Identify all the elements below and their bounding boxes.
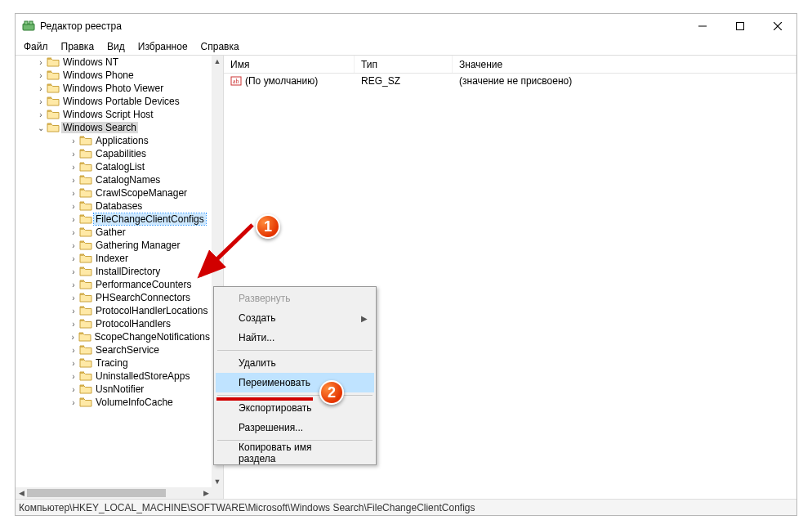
tree-item[interactable]: ›PHSearchConnectors bbox=[16, 291, 212, 304]
chevron-right-icon[interactable]: › bbox=[68, 305, 79, 316]
chevron-right-icon[interactable]: › bbox=[35, 69, 47, 81]
tree-item[interactable]: ›ProtocolHandlers bbox=[16, 317, 212, 330]
registry-tree[interactable]: ›Windows NT›Windows Phone›Windows Photo … bbox=[16, 56, 212, 487]
maximize-button[interactable] bbox=[721, 14, 759, 38]
tree-item[interactable]: ›SearchService bbox=[16, 343, 212, 356]
chevron-right-icon[interactable]: › bbox=[68, 213, 79, 225]
tree-item[interactable]: ›CrawlScopeManager bbox=[16, 186, 212, 199]
chevron-right-icon[interactable]: › bbox=[68, 357, 79, 369]
tree-item[interactable]: ›Indexer bbox=[16, 252, 212, 265]
value-data: (значение не присвоено) bbox=[453, 75, 796, 87]
tree-item[interactable]: ›UninstalledStoreApps bbox=[16, 370, 212, 383]
ctx-expand-label: Развернуть bbox=[239, 293, 291, 304]
menu-help[interactable]: Справка bbox=[194, 38, 246, 55]
ctx-expand[interactable]: Развернуть bbox=[216, 289, 374, 308]
ctx-copy-key-name[interactable]: Копировать имя раздела bbox=[216, 443, 374, 463]
chevron-right-icon[interactable]: › bbox=[68, 253, 79, 264]
menu-favorites[interactable]: Избранное bbox=[132, 38, 194, 55]
value-row[interactable]: ab(По умолчанию)REG_SZ(значение не присв… bbox=[224, 74, 796, 88]
folder-icon bbox=[47, 96, 60, 107]
tree-item[interactable]: ›Databases bbox=[16, 199, 212, 213]
ctx-delete[interactable]: Удалить bbox=[216, 353, 374, 373]
tree-item[interactable]: ›InstallDirectory bbox=[16, 265, 212, 278]
minimize-button[interactable] bbox=[684, 14, 721, 38]
menu-edit[interactable]: Правка bbox=[55, 38, 101, 55]
tree-item[interactable]: ›Gather bbox=[16, 226, 212, 239]
chevron-right-icon[interactable]: › bbox=[68, 370, 79, 382]
chevron-right-icon[interactable]: › bbox=[68, 135, 79, 146]
chevron-down-icon[interactable]: ⌄ bbox=[35, 122, 47, 133]
tree-item[interactable]: ›Gathering Manager bbox=[16, 239, 212, 252]
chevron-right-icon[interactable]: › bbox=[68, 279, 79, 290]
tree-item[interactable]: ›CatalogList bbox=[16, 160, 212, 173]
column-data[interactable]: Значение bbox=[453, 56, 796, 73]
chevron-right-icon[interactable]: › bbox=[68, 318, 79, 330]
tree-item[interactable]: ›ScopeChangeNotifications bbox=[16, 330, 212, 343]
annotation-badge-1: 1 bbox=[256, 214, 280, 239]
ctx-separator bbox=[217, 350, 373, 351]
ctx-copy-key-name-label: Копировать имя раздела bbox=[239, 442, 350, 464]
tree-item-label: PHSearchConnectors bbox=[94, 292, 192, 303]
chevron-right-icon[interactable]: › bbox=[68, 148, 79, 159]
folder-icon bbox=[79, 161, 92, 173]
menu-file[interactable]: Файл bbox=[17, 38, 55, 55]
tree-item[interactable]: ›Capabilities bbox=[16, 147, 212, 160]
chevron-right-icon[interactable]: › bbox=[68, 383, 79, 395]
chevron-right-icon[interactable]: › bbox=[68, 187, 79, 199]
scroll-right-icon[interactable]: ▶ bbox=[200, 487, 212, 499]
ctx-delete-label: Удалить bbox=[239, 357, 276, 369]
chevron-right-icon[interactable]: › bbox=[68, 292, 79, 303]
tree-item-label: Applications bbox=[94, 135, 150, 146]
tree-item[interactable]: ⌄Windows Search bbox=[16, 121, 212, 134]
tree-item[interactable]: ›Windows Portable Devices bbox=[16, 95, 212, 108]
folder-icon bbox=[79, 253, 92, 264]
folder-icon bbox=[47, 83, 60, 94]
chevron-right-icon[interactable]: › bbox=[68, 331, 78, 343]
chevron-right-icon[interactable]: › bbox=[35, 83, 47, 94]
scroll-down-icon[interactable]: ▼ bbox=[212, 476, 223, 487]
regedit-window: Редактор реестра Файл Правк bbox=[15, 13, 797, 516]
chevron-right-icon[interactable]: › bbox=[35, 109, 47, 120]
chevron-right-icon[interactable]: › bbox=[68, 240, 79, 251]
scroll-left-icon[interactable]: ◀ bbox=[16, 487, 27, 499]
tree-item[interactable]: ›Windows Phone bbox=[16, 69, 212, 82]
chevron-right-icon[interactable]: › bbox=[68, 397, 79, 408]
tree-item[interactable]: ›Tracing bbox=[16, 356, 212, 370]
tree-item-label: ScopeChangeNotifications bbox=[93, 331, 212, 343]
chevron-right-icon[interactable]: › bbox=[35, 96, 47, 107]
ctx-new[interactable]: Создать ▶ bbox=[216, 308, 374, 328]
tree-item[interactable]: ›FileChangeClientConfigs bbox=[16, 213, 212, 226]
ctx-find[interactable]: Найти... bbox=[216, 328, 374, 347]
tree-item[interactable]: ›VolumeInfoCache bbox=[16, 396, 212, 409]
chevron-right-icon[interactable]: › bbox=[68, 161, 79, 173]
close-button[interactable] bbox=[759, 14, 796, 38]
chevron-right-icon[interactable]: › bbox=[68, 174, 79, 186]
chevron-right-icon[interactable]: › bbox=[68, 266, 79, 277]
chevron-right-icon[interactable]: › bbox=[68, 200, 79, 212]
annotation-underline bbox=[216, 397, 313, 401]
tree-horizontal-scrollbar[interactable]: ◀ ▶ bbox=[16, 487, 212, 499]
tree-item[interactable]: ›ProtocolHandlerLocations bbox=[16, 304, 212, 317]
ctx-permissions[interactable]: Разрешения... bbox=[216, 418, 374, 437]
tree-item-label: CatalogList bbox=[94, 161, 146, 173]
chevron-right-icon[interactable]: › bbox=[35, 56, 47, 68]
tree-item[interactable]: ›Windows Script Host bbox=[16, 108, 212, 121]
tree-pane: ›Windows NT›Windows Phone›Windows Photo … bbox=[16, 56, 224, 499]
tree-item[interactable]: ›UsnNotifier bbox=[16, 383, 212, 396]
chevron-right-icon[interactable]: › bbox=[68, 226, 79, 238]
chevron-right-icon[interactable]: › bbox=[68, 344, 79, 356]
ctx-rename[interactable]: Переименовать bbox=[216, 373, 374, 392]
folder-icon bbox=[47, 109, 60, 120]
tree-item-label: Windows Phone bbox=[61, 69, 136, 81]
scroll-up-icon[interactable]: ▲ bbox=[212, 56, 223, 67]
tree-item[interactable]: ›PerformanceCounters bbox=[16, 278, 212, 291]
ctx-export[interactable]: Экспортировать bbox=[216, 398, 374, 418]
tree-item[interactable]: ›Windows Photo Viewer bbox=[16, 82, 212, 95]
ctx-permissions-label: Разрешения... bbox=[239, 422, 303, 433]
tree-item[interactable]: ›Applications bbox=[16, 134, 212, 147]
menu-view[interactable]: Вид bbox=[100, 38, 132, 55]
tree-item[interactable]: ›CatalogNames bbox=[16, 173, 212, 186]
tree-item[interactable]: ›Windows NT bbox=[16, 56, 212, 69]
column-type[interactable]: Тип bbox=[355, 56, 453, 73]
column-name[interactable]: Имя bbox=[224, 56, 355, 73]
